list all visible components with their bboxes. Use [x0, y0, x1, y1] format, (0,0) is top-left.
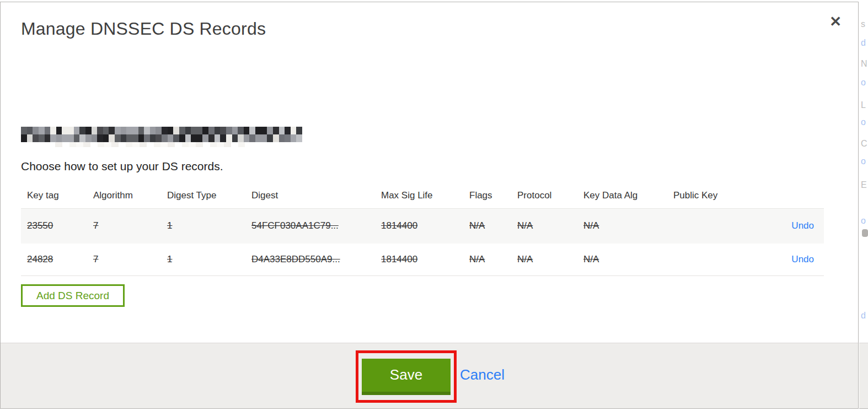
column-header-actions	[780, 183, 824, 208]
redaction-block	[168, 142, 175, 147]
redaction-block	[121, 134, 127, 142]
redaction-block	[162, 127, 168, 134]
redaction-block	[126, 134, 132, 142]
redaction-block	[92, 134, 98, 142]
redaction-block	[68, 127, 74, 134]
instruction-text: Choose how to set up your DS records.	[21, 160, 223, 173]
add-ds-record-button[interactable]: Add DS Record	[21, 284, 125, 307]
redaction-block	[62, 134, 68, 142]
redaction-block	[197, 127, 203, 134]
redaction-block	[226, 134, 232, 142]
redaction-block	[39, 134, 45, 142]
redaction-block	[179, 127, 185, 134]
redaction-block	[85, 134, 92, 142]
column-header: Key tag	[21, 183, 87, 208]
background-text-fragment: L	[861, 101, 866, 110]
cell-value: 1	[167, 220, 172, 231]
redaction-block	[27, 127, 33, 134]
redaction-block	[291, 127, 297, 134]
redaction-block	[273, 134, 279, 142]
redaction-block	[168, 134, 174, 142]
redaction-block	[267, 134, 273, 142]
redaction-block	[182, 142, 189, 147]
table-row: 235507154FCF030AA1C79...1814400N/AN/AN/A…	[21, 208, 824, 244]
redaction-block	[267, 127, 273, 134]
cell-value: N/A	[517, 254, 533, 264]
column-header: Protocol	[511, 183, 577, 208]
redaction-block	[273, 127, 279, 134]
save-button[interactable]: Save	[362, 359, 451, 395]
redaction-block	[175, 142, 182, 147]
redaction-block	[203, 142, 210, 147]
redaction-block	[208, 134, 215, 142]
redaction-block	[21, 134, 27, 142]
cell-value: N/A	[469, 220, 485, 231]
redaction-block	[249, 134, 255, 142]
redaction-block	[119, 142, 126, 147]
redaction-block	[296, 134, 302, 142]
redaction-block	[56, 134, 62, 142]
cell-value: 7	[93, 220, 98, 231]
redaction-block	[202, 127, 208, 134]
scrollbar-thumb[interactable]	[862, 229, 868, 237]
screen: Manage DNSSEC DS Records ✕ Choose how to…	[0, 0, 868, 411]
redaction-block	[115, 134, 121, 142]
close-icon[interactable]: ✕	[829, 14, 842, 29]
redaction-block	[226, 127, 232, 134]
redaction-block	[196, 142, 203, 147]
redaction-row-faint	[21, 142, 302, 147]
cell-value: D4A33E8DD550A9...	[251, 254, 340, 264]
column-header: Public Key	[667, 183, 780, 208]
redaction-block	[156, 134, 162, 142]
cell-value: 23550	[27, 220, 53, 231]
redaction-block	[220, 127, 226, 134]
redaction-block	[185, 127, 191, 134]
redaction-block	[62, 127, 68, 134]
cell-value: 1814400	[381, 254, 417, 264]
column-header: Flags	[463, 183, 511, 208]
cell-value: 7	[93, 254, 98, 264]
redaction-block	[39, 127, 45, 134]
redaction-block	[33, 134, 39, 142]
redaction-block	[45, 127, 51, 134]
redaction-block	[231, 142, 238, 147]
redaction-block	[27, 134, 33, 142]
redaction-block	[79, 134, 85, 142]
redaction-block	[45, 134, 51, 142]
redaction-block	[97, 127, 103, 134]
redaction-block	[98, 142, 105, 147]
redaction-block	[285, 127, 291, 134]
ds-records-table: Key tagAlgorithmDigest TypeDigestMax Sig…	[21, 183, 824, 276]
cell-value: N/A	[583, 220, 599, 231]
redaction-block	[173, 127, 179, 134]
redaction-block	[208, 127, 215, 134]
redaction-block	[69, 142, 77, 147]
redaction-block	[76, 142, 83, 147]
undo-link[interactable]: Undo	[791, 220, 814, 231]
undo-link[interactable]: Undo	[791, 254, 814, 264]
redaction-block	[189, 142, 196, 147]
redaction-block	[140, 142, 147, 147]
redaction-block	[185, 134, 191, 142]
redaction-block	[173, 134, 179, 142]
redaction-block	[279, 134, 285, 142]
redaction-block	[261, 134, 267, 142]
redaction-block	[103, 127, 109, 134]
redaction-block	[244, 127, 250, 134]
redaction-block	[132, 134, 138, 142]
column-header: Digest	[245, 183, 375, 208]
cell-value: 1	[167, 254, 172, 264]
background-text-fragment: d	[861, 311, 866, 320]
redaction-block	[97, 134, 103, 142]
cancel-link[interactable]: Cancel	[460, 366, 505, 383]
redaction-block	[132, 142, 140, 147]
redaction-block	[56, 127, 62, 134]
redaction-block	[279, 127, 285, 134]
redaction-block	[220, 134, 226, 142]
redaction-block	[90, 142, 98, 147]
redaction-block	[62, 142, 69, 147]
redaction-block	[238, 127, 244, 134]
column-header: Key Data Alg	[577, 183, 667, 208]
column-header: Max Sig Life	[375, 183, 463, 208]
redaction-block	[55, 142, 62, 147]
